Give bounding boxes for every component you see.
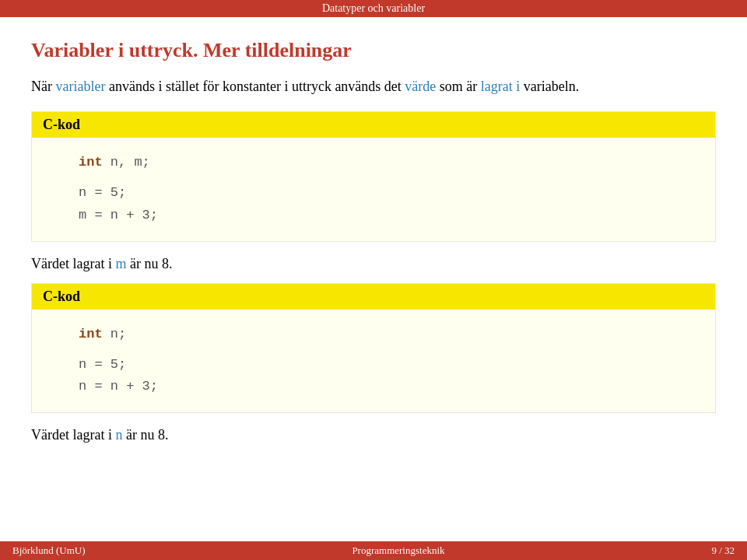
intro-before-var: När [31, 79, 55, 94]
top-bar-title: Datatyper och variabler [322, 2, 425, 14]
code-section-2: C-kod int n; n = 5; n = n + 3; [31, 283, 716, 414]
intro-mid: används i stället för konstanter i uttry… [105, 79, 405, 94]
footer-right: 9 / 32 [711, 544, 735, 557]
keyword-int-2: int [79, 327, 103, 341]
code-section-1: C-kod int n, m; n = 5; m = n + 3; [31, 111, 716, 242]
code-line-1-1: int n, m; [79, 152, 668, 174]
intro-after: som är [436, 79, 481, 94]
vardet-2-after: är nu 8. [122, 427, 168, 443]
code-line-2-text: n = 5; [79, 185, 126, 200]
code-line-2-3-text: n = n + 3; [79, 379, 158, 394]
ckod-header-2: C-kod [32, 284, 715, 310]
code-line-2-1: int n; [79, 324, 668, 346]
footer-center: Programmeringsteknik [352, 544, 444, 557]
ckod-header-1: C-kod [32, 112, 715, 138]
vardet-1: Värdet lagrat i m är nu 8. [31, 256, 716, 272]
code-line-2-1-rest: n; [103, 327, 127, 341]
code-line-2-2-text: n = 5; [79, 357, 126, 372]
code-line-1-rest: n, m; [103, 155, 150, 170]
vardet-1-var: m [115, 256, 126, 271]
code-line-3-text: m = n + 3; [79, 208, 158, 222]
intro-varde: värde [405, 79, 436, 94]
code-line-1-3: m = n + 3; [79, 205, 668, 227]
keyword-int-1: int [79, 155, 103, 170]
vardet-2-before: Värdet lagrat i [31, 427, 115, 443]
top-bar: Datatyper och variabler [0, 0, 747, 17]
vardet-1-after: är nu 8. [126, 256, 172, 271]
code-line-2-2: n = 5; [79, 354, 668, 376]
main-content: Variabler i uttryck. Mer tilldelningar N… [0, 17, 747, 443]
code-block-1: int n, m; n = 5; m = n + 3; [32, 138, 715, 241]
vardet-1-before: Värdet lagrat i [31, 256, 115, 271]
intro-lagrat: lagrat i [481, 79, 520, 94]
code-line-1-2: n = 5; [79, 182, 668, 205]
intro-variabeln: variabeln. [520, 79, 579, 94]
vardet-2: Värdet lagrat i n är nu 8. [31, 427, 716, 443]
bottom-bar: Björklund (UmU) Programmeringsteknik 9 /… [0, 541, 747, 560]
intro-paragraph: När variabler används i stället för kons… [31, 76, 716, 97]
page-title: Variabler i uttryck. Mer tilldelningar [31, 39, 716, 62]
code-block-2: int n; n = 5; n = n + 3; [32, 310, 715, 413]
footer-left: Björklund (UmU) [12, 544, 86, 557]
intro-var: variabler [55, 79, 105, 94]
code-line-2-3: n = n + 3; [79, 376, 668, 398]
